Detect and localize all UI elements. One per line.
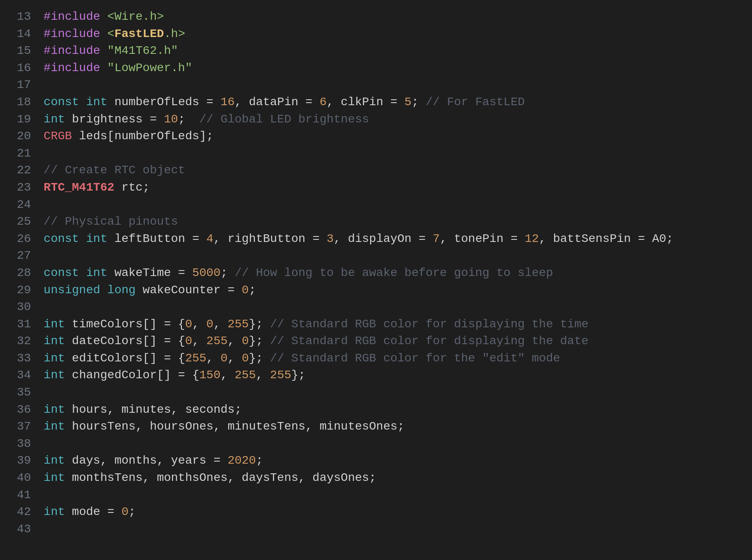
- line-content: int monthsTens, monthsOnes, daysTens, da…: [44, 470, 735, 487]
- line-number: 43: [17, 521, 44, 538]
- token-kw-int: int: [86, 266, 114, 279]
- token-normal: ;: [221, 266, 235, 279]
- token-normal: leftButton =: [115, 232, 206, 245]
- token-num: 0: [121, 505, 128, 518]
- token-normal: timeColors[] = {: [72, 318, 185, 331]
- token-normal: dateColors[] = {: [72, 334, 185, 348]
- token-kw-int: int: [44, 420, 72, 433]
- line-number: 32: [17, 333, 44, 350]
- code-line: 20CRGB leds[numberOfLeds];: [17, 128, 735, 145]
- line-content: // Physical pinouts: [44, 213, 735, 231]
- line-number: 42: [17, 504, 44, 521]
- code-line: 23RTC_M41T62 rtc;: [17, 179, 735, 196]
- token-num: 2020: [228, 454, 256, 467]
- token-kw-int: int: [44, 454, 72, 467]
- token-kw-const: const: [44, 232, 86, 245]
- token-normal: };: [249, 334, 270, 348]
- token-num: 255: [270, 369, 291, 382]
- token-num: 12: [525, 232, 539, 245]
- line-content: #include <FastLED.h>: [44, 26, 735, 43]
- code-line: 41: [17, 487, 735, 504]
- token-kw-int: int: [44, 113, 72, 126]
- line-content: #include "M41T62.h": [44, 42, 735, 60]
- line-content: #include "LowPower.h": [44, 60, 735, 77]
- token-normal: ,: [192, 334, 206, 348]
- line-content: const int leftButton = 4, rightButton = …: [44, 231, 735, 248]
- line-number: 31: [17, 316, 44, 333]
- token-normal: ;: [411, 96, 426, 109]
- line-number: 21: [17, 145, 44, 162]
- token-normal: leds[numberOfLeds];: [72, 130, 213, 143]
- line-content: RTC_M41T62 rtc;: [44, 179, 735, 196]
- token-num: 0: [242, 352, 249, 365]
- token-num: 0: [242, 334, 249, 348]
- token-normal: ;: [249, 284, 256, 297]
- code-line: 40int monthsTens, monthsOnes, daysTens, …: [17, 470, 735, 487]
- token-normal: wakeTime =: [115, 266, 192, 279]
- line-number: 28: [17, 265, 44, 282]
- line-content: #include <Wire.h>: [44, 8, 735, 26]
- token-kw-int: int: [44, 334, 72, 348]
- line-content: CRGB leds[numberOfLeds];: [44, 128, 735, 145]
- code-line: 33int editColors[] = {255, 0, 0}; // Sta…: [17, 350, 735, 367]
- code-line: 31int timeColors[] = {0, 0, 255}; // Sta…: [17, 316, 735, 333]
- code-line: 22// Create RTC object: [17, 162, 735, 179]
- token-num: 0: [242, 284, 249, 297]
- token-num: 6: [320, 96, 327, 109]
- token-kw-int: int: [44, 318, 72, 331]
- token-str-include-angle: .h>: [164, 27, 185, 40]
- line-content: [44, 247, 735, 265]
- token-num: 255: [185, 352, 206, 365]
- token-normal: , displayOn =: [334, 232, 433, 245]
- code-editor: 13#include <Wire.h>14#include <FastLED.h…: [17, 8, 735, 538]
- code-line: 19int brightness = 10; // Global LED bri…: [17, 111, 735, 128]
- token-normal: };: [249, 318, 270, 331]
- line-number: 29: [17, 282, 44, 299]
- line-number: 17: [17, 77, 44, 94]
- code-line: 21: [17, 145, 735, 162]
- code-line: 29unsigned long wakeCounter = 0;: [17, 282, 735, 299]
- token-comment: // Create RTC object: [44, 164, 185, 177]
- code-line: 42int mode = 0;: [17, 504, 735, 521]
- token-comment: // How long to be awake before going to …: [235, 266, 553, 279]
- token-normal: monthsTens, monthsOnes, daysTens, daysOn…: [72, 471, 376, 484]
- line-content: int mode = 0;: [44, 504, 735, 521]
- line-content: [44, 384, 735, 401]
- code-line: 28const int wakeTime = 5000; // How long…: [17, 265, 735, 282]
- token-num: 0: [185, 334, 192, 348]
- line-number: 15: [17, 42, 44, 60]
- line-content: int brightness = 10; // Global LED brigh…: [44, 111, 735, 128]
- code-line: 15#include "M41T62.h": [17, 42, 735, 60]
- token-comment: // Standard RGB color for the "edit" mod…: [270, 352, 560, 365]
- token-comment: // Standard RGB color for displaying the…: [270, 318, 588, 331]
- token-kw-int: int: [44, 403, 72, 416]
- token-num: 16: [221, 96, 235, 109]
- line-content: int editColors[] = {255, 0, 0}; // Stand…: [44, 350, 735, 367]
- code-line: 34int changedColor[] = {150, 255, 255};: [17, 367, 735, 384]
- token-num: 0: [206, 318, 213, 331]
- token-normal: };: [291, 369, 306, 382]
- token-normal: , rightButton =: [213, 232, 327, 245]
- code-line: 27: [17, 247, 735, 265]
- token-normal: hoursTens, hoursOnes, minutesTens, minut…: [72, 420, 405, 433]
- token-lib-fastled: FastLED: [115, 27, 164, 40]
- line-number: 33: [17, 350, 44, 367]
- code-line: 30: [17, 299, 735, 316]
- code-line: 39int days, months, years = 2020;: [17, 452, 735, 470]
- line-number: 41: [17, 487, 44, 504]
- token-normal: days, months, years =: [72, 454, 228, 467]
- token-kw-int: int: [44, 471, 72, 484]
- line-content: const int numberOfLeds = 16, dataPin = 6…: [44, 94, 735, 111]
- line-number: 35: [17, 384, 44, 401]
- line-number: 30: [17, 299, 44, 316]
- token-num: 7: [433, 232, 440, 245]
- token-num: 5000: [192, 266, 221, 279]
- token-num: 0: [185, 318, 192, 331]
- token-normal: , dataPin =: [235, 96, 320, 109]
- token-normal: };: [249, 352, 270, 365]
- line-content: int dateColors[] = {0, 255, 0}; // Stand…: [44, 333, 735, 350]
- token-num: 255: [228, 318, 249, 331]
- token-normal: editColors[] = {: [72, 352, 185, 365]
- line-content: int days, months, years = 2020;: [44, 452, 735, 470]
- token-normal: ,: [206, 352, 221, 365]
